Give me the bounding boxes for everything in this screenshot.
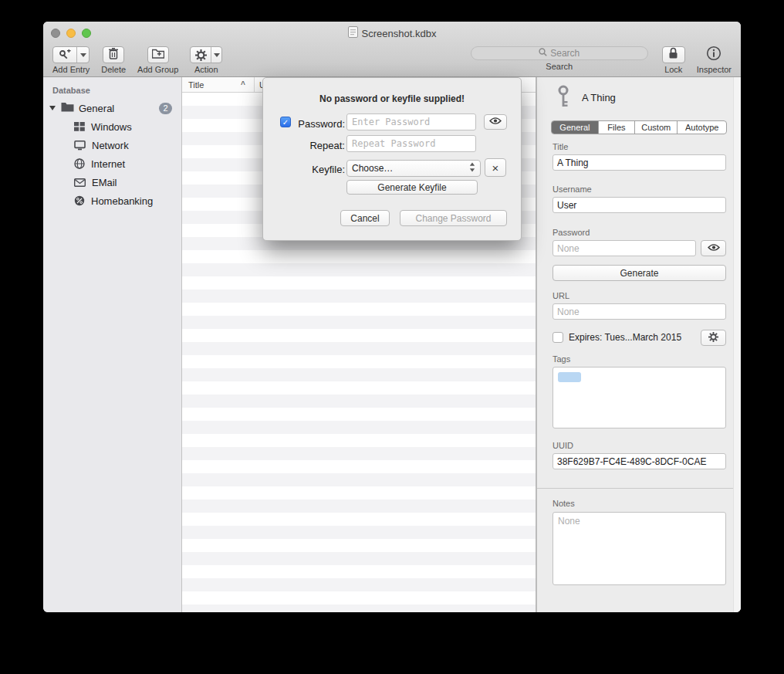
trash-icon <box>109 48 118 63</box>
delete-button[interactable] <box>103 46 124 63</box>
lock-icon <box>668 47 678 63</box>
sidebar-header: Database <box>43 82 181 99</box>
generate-password-button[interactable]: Generate <box>553 265 726 281</box>
disclosure-triangle-icon[interactable] <box>49 106 56 110</box>
change-password-dialog: No password or keyfile supplied! ✓ Passw… <box>262 77 522 241</box>
key-plus-icon <box>53 47 76 63</box>
envelope-icon <box>74 178 86 187</box>
sidebar-item-general[interactable]: General 2 <box>43 99 181 117</box>
folder-icon <box>61 102 74 114</box>
password-label: Password: <box>294 118 345 130</box>
lock-label: Lock <box>664 65 682 74</box>
folder-plus-icon <box>152 48 164 62</box>
password-field[interactable] <box>553 240 696 256</box>
tab-files[interactable]: Files <box>598 121 634 134</box>
group-label: Windows <box>91 121 132 133</box>
gear-icon <box>708 332 718 344</box>
clear-keyfile-button[interactable]: × <box>485 158 506 177</box>
inspector-tabs: General Files Custom Autotype <box>551 120 727 134</box>
tag-chip[interactable] <box>558 372 581 382</box>
toolbar: Add Entry Delete Add Group <box>43 45 741 77</box>
group-label: Network <box>92 140 129 151</box>
generate-keyfile-button[interactable]: Generate Keyfile <box>346 180 478 195</box>
repeat-password-input[interactable] <box>346 135 476 152</box>
globe-icon <box>74 158 85 169</box>
title-field[interactable] <box>553 154 726 171</box>
checkmark-icon: ✓ <box>282 118 289 127</box>
divider <box>537 488 741 489</box>
search-placeholder: Search <box>550 48 580 59</box>
column-header-title[interactable]: Title <box>188 80 204 90</box>
info-icon <box>706 46 721 64</box>
column-divider[interactable] <box>254 77 255 92</box>
window-title: Screenshot.kdbx <box>43 22 741 45</box>
search-label: Search <box>546 62 573 71</box>
inspector-label: Inspector <box>697 65 732 74</box>
sidebar-item-windows[interactable]: Windows <box>43 117 181 136</box>
keyfile-popup-value: Choose… <box>352 163 393 174</box>
password-label: Password <box>553 228 590 237</box>
sidebar-item-internet[interactable]: Internet <box>43 154 181 173</box>
keyfile-popup[interactable]: Choose… <box>346 160 481 177</box>
window-header: Screenshot.kdbx Add Entry <box>43 22 741 77</box>
change-password-button[interactable]: Change Password <box>400 210 507 226</box>
url-field[interactable] <box>553 303 726 320</box>
reveal-password-button[interactable] <box>484 114 507 130</box>
toolbar-item-search: Search Search <box>471 46 648 71</box>
toolbar-item-add-group: Add Group <box>137 46 178 74</box>
notes-label: Notes <box>553 499 575 508</box>
tags-label: Tags <box>553 354 570 364</box>
toolbar-item-inspector: Inspector <box>697 46 732 74</box>
delete-label: Delete <box>101 65 126 74</box>
password-input[interactable] <box>346 113 476 130</box>
key-icon <box>553 85 573 111</box>
add-group-button[interactable] <box>147 46 169 63</box>
tags-field[interactable] <box>553 367 726 428</box>
tab-autotype[interactable]: Autotype <box>677 121 726 134</box>
action-button[interactable] <box>190 46 222 63</box>
search-icon <box>539 48 547 59</box>
cancel-button[interactable]: Cancel <box>340 210 390 226</box>
sidebar: Database General 2 Windows Network <box>43 77 182 612</box>
lock-button[interactable] <box>662 46 685 63</box>
expires-settings-button[interactable] <box>701 330 726 346</box>
popup-chevrons-icon <box>469 162 475 174</box>
title-label: Title <box>553 142 568 151</box>
toolbar-right: Search Search Lock <box>471 46 732 74</box>
action-dropdown[interactable] <box>211 47 221 63</box>
chevron-down-icon <box>80 53 86 57</box>
toolbar-item-lock: Lock <box>662 46 685 74</box>
tab-general[interactable]: General <box>552 121 598 134</box>
eye-icon <box>708 243 720 254</box>
eye-icon <box>489 117 502 127</box>
tab-custom[interactable]: Custom <box>634 121 677 134</box>
uuid-field[interactable] <box>553 453 726 469</box>
inspector-scrollbar[interactable] <box>733 77 741 612</box>
add-group-label: Add Group <box>137 65 178 74</box>
entry-count-badge: 2 <box>159 103 172 114</box>
sidebar-item-network[interactable]: Network <box>43 136 181 154</box>
username-field[interactable] <box>553 197 726 213</box>
reveal-password-button[interactable] <box>701 240 726 256</box>
expires-checkbox[interactable] <box>553 332 563 343</box>
group-label: Internet <box>91 158 125 170</box>
entry-title: A Thing <box>582 92 616 103</box>
inspector-button[interactable] <box>704 46 724 63</box>
coin-percent-icon <box>74 195 85 206</box>
dialog-message: No password or keyfile supplied! <box>263 93 521 104</box>
expires-label: Expires: Tues...March 2015 <box>569 332 681 343</box>
password-checkbox[interactable]: ✓ <box>280 117 291 127</box>
toolbar-item-action: Action <box>190 46 222 74</box>
sidebar-item-email[interactable]: EMail <box>43 173 181 191</box>
add-entry-button[interactable] <box>52 46 90 63</box>
url-label: URL <box>553 291 569 300</box>
document-icon <box>348 26 358 40</box>
keyfile-label: Keyfile: <box>294 164 345 175</box>
sort-ascending-icon: ^ <box>241 80 245 89</box>
action-label: Action <box>194 65 218 74</box>
search-input[interactable]: Search <box>471 46 648 60</box>
add-entry-dropdown[interactable] <box>76 47 89 63</box>
sidebar-item-homebanking[interactable]: Homebanking <box>43 191 181 210</box>
notes-field[interactable] <box>553 512 726 585</box>
monitor-icon <box>74 141 86 151</box>
